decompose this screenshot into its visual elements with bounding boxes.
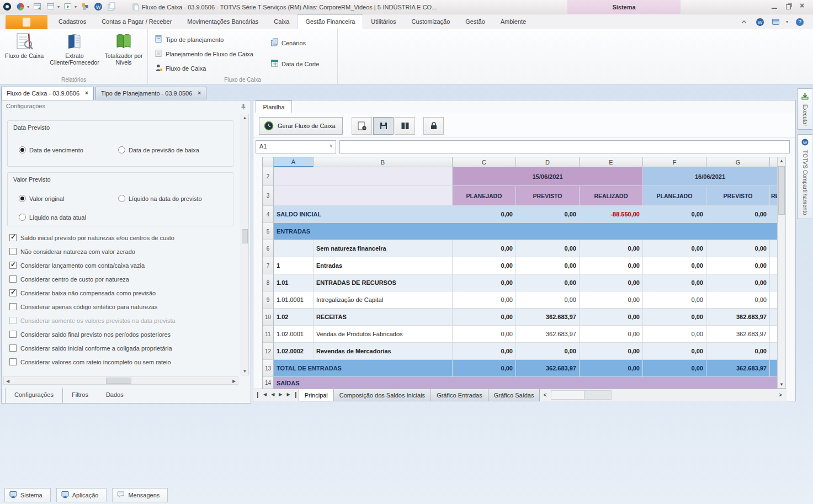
valor-previsto-option-liquido-na-data-do-previsto[interactable]: Líquido na data do previsto	[118, 195, 202, 202]
value-cell[interactable]: 0,00	[643, 274, 706, 291]
totalizador-por-niveis-button[interactable]: Totalizador por Níveis	[102, 32, 146, 66]
name-cell-entradas[interactable]: Entradas	[313, 257, 453, 274]
chevron-down-icon[interactable]: ▾	[57, 4, 60, 9]
value-cell[interactable]: 0,00	[516, 343, 580, 360]
pin-icon[interactable]	[240, 103, 247, 110]
scroll-up-icon[interactable]: ▲	[241, 115, 248, 120]
subheader-previsto-1[interactable]: PREVISTO	[516, 186, 580, 206]
chevron-down-icon[interactable]: ▾	[75, 4, 77, 9]
value-cell[interactable]: 0,00	[643, 257, 706, 274]
checkbox-considerar-saldo-final-previsto-nos-periodos-posteriores[interactable]: Considerar saldo final previsto nos perí…	[9, 331, 171, 338]
value-cell[interactable]: 0,00	[453, 291, 516, 309]
column-header-e[interactable]: E	[580, 157, 643, 167]
name-cell-sem-natureza-financeira[interactable]: Sem natureza financeira	[313, 240, 453, 257]
sheet-scrollbar-thumb[interactable]	[551, 391, 584, 399]
protect-sheet-button[interactable]	[423, 117, 444, 135]
checkbox-considerar-apenas-codigo-sintetico-para-naturezas[interactable]: Considerar apenas código sintético para …	[9, 303, 157, 310]
value-cell[interactable]: 362.683,97	[516, 326, 580, 343]
window-layout-icon[interactable]	[772, 17, 781, 26]
grid-cell[interactable]	[770, 343, 778, 360]
section-row-entradas[interactable]: ENTRADAS	[274, 223, 778, 240]
sheet-scrollbar-track[interactable]	[551, 390, 612, 400]
code-cell[interactable]: 1.01.0001	[274, 291, 313, 309]
panel-vertical-scrollbar[interactable]: ▲ ▼	[241, 114, 249, 375]
restore-button[interactable]	[786, 4, 791, 9]
name-cell-intregalizacao-de-capital[interactable]: Intregalização de Capital	[313, 291, 453, 309]
checkbox-icon[interactable]	[9, 358, 17, 365]
value-cell[interactable]: 362.683,97	[706, 326, 770, 343]
value-cell[interactable]: 0,00	[643, 309, 706, 326]
checkbox-saldo-inicial-previsto-por-naturezas-e-ou-centros-de-custo[interactable]: Saldo inicial previsto por naturezas e/o…	[9, 234, 174, 241]
checkbox-considerar-valores-com-rateio-incompleto-ou-sem-rateio[interactable]: Considerar valores com rateio incompleto…	[9, 358, 171, 365]
checkbox-icon[interactable]	[9, 234, 17, 241]
ribbon-tab-utilitarios[interactable]: Utilitários	[363, 14, 403, 29]
value-cell[interactable]: -88.550,00	[580, 206, 643, 223]
radio-icon[interactable]	[118, 146, 125, 153]
taskbar-button-sistema[interactable]: Sistema	[4, 488, 51, 502]
sheet-prev-icon[interactable]: ◀	[269, 389, 277, 401]
radio-icon[interactable]	[19, 214, 26, 221]
value-cell[interactable]: 0,00	[643, 360, 706, 377]
row-header-14[interactable]: 14	[263, 377, 274, 389]
value-cell[interactable]: 0,00	[580, 360, 643, 377]
subheader-realizado-2[interactable]: REALIZADO	[580, 186, 643, 206]
valor-previsto-option-valor-original[interactable]: Valor original	[19, 195, 64, 202]
sheet-scroll-right-button[interactable]: >	[774, 389, 787, 401]
taskbar-button-mensagens[interactable]: Mensagens	[112, 488, 168, 502]
value-cell[interactable]: 0,00	[643, 326, 706, 343]
column-header-partial[interactable]	[770, 157, 778, 167]
value-cell[interactable]: 0,00	[643, 206, 706, 223]
value-cell[interactable]: 362.683,97	[516, 309, 580, 326]
grid-vertical-scrollbar[interactable]: ▲ ▼	[777, 157, 786, 389]
sheet-first-icon[interactable]	[257, 392, 261, 398]
value-cell[interactable]: 0,00	[706, 240, 770, 257]
subheader-previsto-4[interactable]: PREVISTO	[706, 186, 770, 206]
taskbar-button-aplicacao[interactable]: Aplicação	[56, 488, 107, 502]
dock-tab-executar[interactable]: Executar	[797, 88, 812, 130]
value-cell[interactable]: 0,00	[706, 274, 770, 291]
value-cell[interactable]: 0,00	[516, 257, 580, 274]
grid-cell[interactable]	[770, 291, 778, 309]
value-cell[interactable]: 0,00	[453, 360, 516, 377]
value-cell[interactable]: 0,00	[643, 240, 706, 257]
value-cell[interactable]: 0,00	[580, 257, 643, 274]
totvs-swirl-icon[interactable]: W	[756, 17, 765, 26]
formula-bar[interactable]	[339, 140, 790, 153]
value-cell[interactable]: 362.683,97	[706, 360, 770, 377]
radio-icon[interactable]	[19, 195, 26, 202]
checkbox-considerar-saldo-inicial-conforme-a-coligada-proprietaria[interactable]: Considerar saldo inicial conforme a coli…	[9, 344, 172, 352]
radio-icon[interactable]	[19, 146, 26, 153]
copy-sheets-icon[interactable]	[107, 2, 116, 12]
grid-cell[interactable]	[274, 167, 453, 186]
scrollbar-thumb[interactable]	[242, 229, 248, 243]
sheet-tab-principal[interactable]: Principal	[299, 389, 334, 401]
value-cell[interactable]: 0,00	[516, 206, 580, 223]
value-cell[interactable]: 0,00	[516, 274, 580, 291]
cell-reference-box[interactable]: A1 ∨	[256, 140, 336, 153]
value-cell[interactable]: 0,00	[516, 240, 580, 257]
value-cell[interactable]: 0,00	[453, 343, 516, 360]
valor-previsto-option-liquido-na-data-atual[interactable]: Líquido na data atual	[19, 214, 86, 221]
window-icon[interactable]	[46, 2, 56, 12]
value-cell[interactable]: 0,00	[580, 291, 643, 309]
value-cell[interactable]: 0,00	[580, 274, 643, 291]
ribbon-tab-contas-a-pagar-receber[interactable]: Contas a Pagar / Receber	[94, 14, 179, 29]
row-header-9[interactable]: 9	[263, 291, 274, 309]
value-cell[interactable]: 0,00	[453, 206, 516, 223]
row-header-3[interactable]: 3	[263, 186, 274, 206]
scroll-down-icon[interactable]: ▼	[241, 369, 248, 374]
scroll-up-icon[interactable]: ▲	[778, 158, 785, 163]
value-cell[interactable]: 0,00	[580, 326, 643, 343]
checkbox-considerar-lancamento-com-conta-caixa-vazia[interactable]: Considerar lançamento com conta/caixa va…	[9, 262, 145, 269]
row-header-6[interactable]: 6	[263, 240, 274, 257]
fluxo-de-caixa-button[interactable]: Fluxo de Caixa	[1, 32, 47, 59]
date-group-15-06-2021[interactable]: 15/06/2021	[453, 167, 643, 186]
ribbon-tab-gestao-financeira[interactable]: Gestão Financeira	[297, 14, 363, 29]
cenarios-button[interactable]: Cenários	[270, 38, 306, 47]
name-cell-receitas[interactable]: RECEITAS	[313, 309, 453, 326]
ribbon-tab-ambiente[interactable]: Ambiente	[493, 14, 534, 29]
value-cell[interactable]: 0,00	[453, 326, 516, 343]
code-cell[interactable]: 1.02.0002	[274, 343, 313, 360]
close-icon[interactable]: ×	[198, 90, 201, 100]
row-header-7[interactable]: 7	[263, 257, 274, 274]
